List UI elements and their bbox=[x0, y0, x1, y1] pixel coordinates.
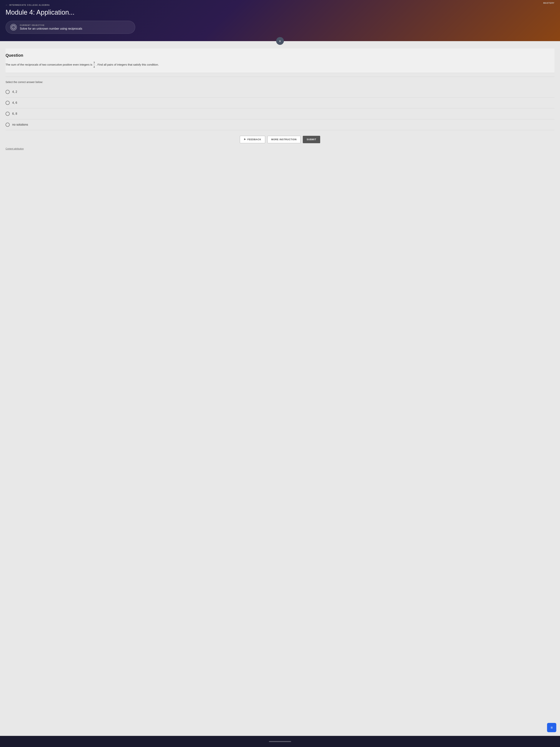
header: MASTERY ← INTERMEDIATE COLLEGE ALGEBRA M… bbox=[0, 0, 560, 41]
feedback-label: FEEDBACK bbox=[247, 138, 261, 141]
chat-icon: ≡ bbox=[551, 725, 553, 730]
back-arrow-icon: ← bbox=[5, 4, 8, 6]
radio-button-1[interactable] bbox=[5, 90, 10, 94]
answer-text-2: 4, 6 bbox=[12, 101, 17, 104]
answer-option-2[interactable]: 4, 6 bbox=[5, 98, 555, 108]
chat-fab-button[interactable]: ≡ bbox=[547, 723, 556, 732]
answer-option-3[interactable]: 6, 8 bbox=[5, 108, 555, 119]
select-label: Select the correct answer below: bbox=[5, 77, 555, 83]
radio-button-2[interactable] bbox=[5, 101, 10, 105]
question-text-before: The sum of the reciprocals of two consec… bbox=[5, 63, 92, 66]
answer-text-1: 4, 2 bbox=[12, 90, 17, 94]
feedback-button[interactable]: ⚑ FEEDBACK bbox=[240, 136, 265, 143]
submit-label: SUBMIT bbox=[307, 138, 316, 141]
objective-icon bbox=[10, 24, 17, 31]
question-section: Question The sum of the reciprocals of t… bbox=[5, 49, 555, 73]
more-instruction-label: MORE INSTRUCTION bbox=[271, 138, 297, 141]
fraction-display: 3 4 bbox=[94, 61, 95, 69]
back-link-text: INTERMEDIATE COLLEGE ALGEBRA bbox=[9, 4, 50, 6]
question-heading: Question bbox=[5, 53, 555, 58]
objective-text-block: CURRENT OBJECTIVE Solve for an unknown n… bbox=[20, 24, 131, 30]
fraction-denominator: 4 bbox=[94, 65, 95, 69]
chevron-down-button[interactable]: ∨ bbox=[276, 37, 284, 45]
bottom-bar bbox=[0, 736, 560, 747]
feedback-icon: ⚑ bbox=[244, 138, 246, 141]
action-buttons: ⚑ FEEDBACK MORE INSTRUCTION SUBMIT bbox=[5, 136, 555, 143]
content-attribution[interactable]: Content attribution bbox=[5, 147, 555, 150]
radio-button-4[interactable] bbox=[5, 123, 10, 127]
answer-options: 4, 2 4, 6 6, 8 no solutions bbox=[5, 86, 555, 130]
chevron-down-icon: ∨ bbox=[279, 39, 281, 43]
answer-option-1[interactable]: 4, 2 bbox=[5, 86, 555, 98]
mastery-label: MASTERY bbox=[543, 2, 555, 4]
main-content: Question The sum of the reciprocals of t… bbox=[0, 41, 560, 736]
answer-text-4: no solutions bbox=[12, 123, 28, 126]
question-text: The sum of the reciprocals of two consec… bbox=[5, 61, 555, 69]
more-instruction-button[interactable]: MORE INSTRUCTION bbox=[267, 136, 300, 143]
fraction-numerator: 3 bbox=[94, 61, 95, 65]
radio-button-3[interactable] bbox=[5, 112, 10, 116]
answer-option-4[interactable]: no solutions bbox=[5, 119, 555, 130]
objective-value: Solve for an unknown number using recipr… bbox=[20, 27, 82, 30]
objective-icon-inner bbox=[11, 25, 16, 29]
answer-text-3: 6, 8 bbox=[12, 112, 17, 115]
objective-label: CURRENT OBJECTIVE bbox=[20, 24, 131, 26]
home-indicator bbox=[269, 741, 291, 742]
question-text-after: . Find all pairs of integers that satisf… bbox=[96, 63, 159, 66]
submit-button[interactable]: SUBMIT bbox=[303, 136, 320, 143]
back-navigation[interactable]: ← INTERMEDIATE COLLEGE ALGEBRA bbox=[5, 4, 555, 6]
attribution-link[interactable]: Content attribution bbox=[5, 148, 24, 150]
objective-card: CURRENT OBJECTIVE Solve for an unknown n… bbox=[5, 21, 135, 34]
module-title: Module 4: Application... bbox=[5, 8, 555, 16]
